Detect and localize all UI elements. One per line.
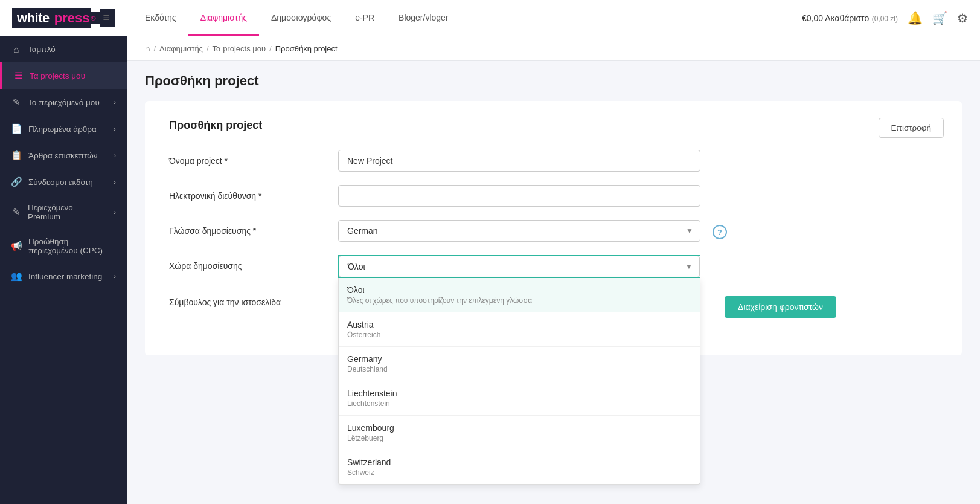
- chevron-right-icon: ›: [114, 99, 116, 106]
- dropdown-item-all-main: Όλοι: [347, 285, 691, 295]
- dropdown-item-luxembourg-main: Luxembourg: [347, 423, 691, 433]
- dropdown-item-austria[interactable]: Austria Österreich: [339, 312, 700, 347]
- logo-white-text: white: [12, 8, 54, 28]
- language-wrap: German ▼: [338, 220, 700, 242]
- cart-icon[interactable]: 🛒: [932, 11, 947, 25]
- tab-dimosiografos[interactable]: Δημοσιογράφος: [259, 0, 343, 36]
- form-row-country: Χώρα δημοσίευσης Όλοι ▼ Όλοι Όλες οι χώρ…: [169, 255, 938, 278]
- paid-icon: 📄: [11, 123, 22, 134]
- country-select-wrap: Όλοι ▼: [338, 255, 700, 278]
- project-name-input[interactable]: [338, 150, 700, 172]
- sidebar-item-proothisi-label: Προώθηση περιεχομένου (CPC): [28, 237, 116, 255]
- sidebar-item-projects[interactable]: ☰ Τα projects μου: [0, 62, 127, 89]
- chevron-right-icon: ›: [114, 178, 116, 186]
- language-label: Γλώσσα δημοσίευσης *: [169, 220, 326, 236]
- sidebar-item-content[interactable]: ✎ Το περιεχόμενό μου ›: [0, 89, 127, 115]
- sidebar-item-visitor[interactable]: 📋 Άρθρα επισκεπτών ›: [0, 142, 127, 169]
- dropdown-item-liechtenstein-sub: Liechtenstein: [347, 399, 691, 408]
- email-label: Ηλεκτρονική διεύθυνση *: [169, 185, 326, 201]
- settings-icon[interactable]: ⚙: [957, 11, 968, 25]
- country-select-display[interactable]: Όλοι: [339, 256, 700, 277]
- promotion-icon: 📢: [11, 241, 22, 251]
- dropdown-item-liechtenstein-main: Liechtenstein: [347, 389, 691, 398]
- sidebar-item-influencer-label: Influencer marketing: [28, 272, 107, 281]
- sidebar-item-syndesmoi-label: Σύνδεσμοι εκδότη: [28, 178, 107, 187]
- sidebar-item-proothisi[interactable]: 📢 Προώθηση περιεχομένου (CPC): [0, 229, 127, 263]
- sidebar-item-tamplo[interactable]: ⌂ Ταμπλό: [0, 36, 127, 62]
- chevron-right-icon: ›: [114, 208, 116, 216]
- sidebar-item-paid-label: Πληρωμένα άρθρα: [28, 124, 107, 134]
- form-card-title: Προσθήκη project: [169, 119, 938, 132]
- premium-icon: ✎: [11, 207, 22, 218]
- breadcrumb-sep-3: /: [269, 44, 272, 53]
- dropdown-item-germany[interactable]: Germany Deutschland: [339, 347, 700, 381]
- breadcrumb-projects[interactable]: Τα projects μου: [213, 44, 266, 53]
- influencer-icon: 👥: [11, 271, 22, 282]
- dropdown-item-switzerland[interactable]: Switzerland Schweiz: [339, 450, 700, 484]
- dropdown-item-austria-sub: Österreich: [347, 331, 691, 339]
- manage-advisors-button[interactable]: Διαχείριση φροντιστών: [725, 296, 836, 318]
- sidebar-item-tamplo-label: Ταμπλό: [28, 45, 116, 54]
- home-icon: ⌂: [11, 44, 22, 54]
- dropdown-item-liechtenstein[interactable]: Liechtenstein Liechtenstein: [339, 381, 700, 416]
- nav-tabs: Εκδότης Διαφημιστής Δημοσιογράφος e-PR B…: [133, 0, 802, 36]
- form-row-email: Ηλεκτρονική διεύθυνση *: [169, 185, 938, 207]
- logo: whitepress® ≡: [12, 8, 121, 28]
- projects-icon: ☰: [13, 70, 24, 81]
- form-card: Προσθήκη project Επιστροφή Όνομα project…: [145, 101, 962, 355]
- chevron-right-icon: ›: [114, 125, 116, 132]
- sidebar-item-influencer[interactable]: 👥 Influencer marketing ›: [0, 263, 127, 289]
- logo-reg-text: ®: [91, 12, 99, 24]
- tab-diafimistis[interactable]: Διαφημιστής: [188, 0, 259, 36]
- tab-ekdotis[interactable]: Εκδότης: [133, 0, 188, 36]
- sidebar-item-visitor-label: Άρθρα επισκεπτών: [28, 151, 107, 160]
- content-icon: ✎: [11, 97, 22, 108]
- language-select-wrap: German ▼: [338, 220, 700, 242]
- content-area: ⌂ / Διαφημιστής / Τα projects μου / Προσ…: [127, 36, 980, 504]
- sidebar-item-premium[interactable]: ✎ Περιεχόμενο Premium ›: [0, 195, 127, 229]
- tab-bloger[interactable]: Bloger/vloger: [386, 0, 461, 36]
- sidebar-item-syndesmoi[interactable]: 🔗 Σύνδεσμοι εκδότη ›: [0, 169, 127, 195]
- email-input[interactable]: [338, 185, 700, 207]
- breadcrumb-sep-2: /: [207, 44, 209, 53]
- back-button[interactable]: Επιστροφή: [879, 118, 944, 138]
- dropdown-item-luxembourg[interactable]: Luxembourg Lëtzebuerg: [339, 416, 700, 450]
- dropdown-item-switzerland-sub: Schweiz: [347, 468, 691, 477]
- sidebar-item-premium-label: Περιεχόμενο Premium: [28, 203, 107, 221]
- email-wrap: [338, 185, 700, 207]
- form-row-language: Γλώσσα δημοσίευσης * German ▼ ?: [169, 220, 938, 242]
- dropdown-item-all[interactable]: Όλοι Όλες οι χώρες που υποστηρίζουν την …: [339, 278, 700, 312]
- page-title: Προσθήκη project: [145, 73, 962, 89]
- breadcrumb-diafimistis[interactable]: Διαφημιστής: [159, 44, 203, 53]
- breadcrumb: ⌂ / Διαφημιστής / Τα projects μου / Προσ…: [127, 36, 980, 61]
- dropdown-item-austria-main: Austria: [347, 320, 691, 329]
- country-wrap: Όλοι ▼ Όλοι Όλες οι χώρες που υποστηρίζο…: [338, 255, 700, 278]
- link-icon: 🔗: [11, 176, 22, 187]
- sidebar: ⌂ Ταμπλό ☰ Τα projects μου ✎ Το περιεχόμ…: [0, 36, 127, 504]
- tab-epr[interactable]: e-PR: [343, 0, 386, 36]
- advisor-label: Σύμβουλος για την ιστοσελίδα: [169, 291, 326, 307]
- dropdown-item-germany-sub: Deutschland: [347, 365, 691, 373]
- notification-icon[interactable]: 🔔: [908, 11, 923, 25]
- sidebar-item-paid[interactable]: 📄 Πληρωμένα άρθρα ›: [0, 115, 127, 142]
- dropdown-item-germany-main: Germany: [347, 354, 691, 364]
- form-row-project-name: Όνομα project *: [169, 150, 938, 172]
- breadcrumb-current: Προσθήκη project: [275, 44, 338, 53]
- country-dropdown-list: Όλοι Όλες οι χώρες που υποστηρίζουν την …: [338, 278, 700, 485]
- breadcrumb-sep-1: /: [153, 44, 156, 53]
- hamburger-icon[interactable]: ≡: [100, 9, 116, 27]
- language-select[interactable]: German: [338, 220, 700, 242]
- dropdown-item-luxembourg-sub: Lëtzebuerg: [347, 434, 691, 442]
- help-icon[interactable]: ?: [713, 225, 727, 239]
- country-label: Χώρα δημοσίευσης: [169, 255, 326, 271]
- sidebar-item-projects-label: Τα projects μου: [30, 71, 116, 80]
- page-title-bar: Προσθήκη project: [127, 61, 980, 89]
- nav-right: €0,00 Ακαθάριστο (0,00 zł) 🔔 🛒 ⚙: [802, 11, 968, 25]
- dropdown-item-all-sub: Όλες οι χώρες που υποστηρίζουν την επιλε…: [347, 296, 691, 305]
- breadcrumb-home-icon[interactable]: ⌂: [145, 44, 150, 53]
- main-layout: ⌂ Ταμπλό ☰ Τα projects μου ✎ Το περιεχόμ…: [0, 36, 980, 504]
- visitor-icon: 📋: [11, 150, 22, 161]
- project-name-wrap: [338, 150, 700, 172]
- chevron-right-icon: ›: [114, 273, 116, 280]
- logo-press-text: press: [54, 8, 91, 28]
